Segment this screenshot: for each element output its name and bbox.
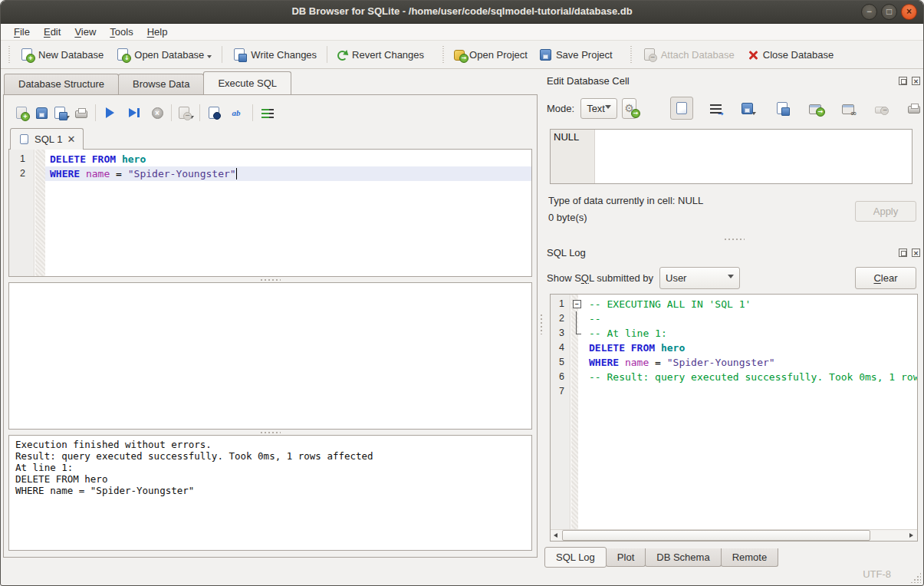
execute-all-icon [106, 107, 114, 118]
edit-cell-float-icon[interactable] [899, 77, 907, 85]
open-project-button[interactable]: Open Project [448, 45, 534, 64]
close-icon: × [906, 6, 912, 17]
maximize-button[interactable]: □ [881, 4, 897, 20]
menu-tools[interactable]: Tools [103, 25, 140, 39]
execution-output[interactable]: Execution finished without errors. Resul… [8, 435, 532, 551]
titlebar[interactable]: DB Browser for SQLite - /home/user/code/… [1, 1, 923, 24]
find-icon [209, 107, 219, 119]
new-database-button[interactable]: New Database [14, 44, 110, 64]
format-sql-button[interactable] [257, 103, 277, 123]
minimize-button[interactable]: − [861, 4, 877, 20]
open-external-button[interactable] [805, 98, 825, 118]
write-changes-icon [234, 48, 245, 61]
code-line: 1DELETE FROM hero [9, 152, 531, 166]
results-grid[interactable] [8, 282, 532, 430]
window-title: DB Browser for SQLite - /home/user/code/… [1, 5, 923, 17]
print-sql-button[interactable] [71, 103, 91, 123]
print-cell-button[interactable] [904, 98, 924, 118]
tab-browse-data[interactable]: Browse Data [118, 74, 204, 94]
sql-tab-close-icon[interactable]: ✕ [67, 133, 75, 145]
sql-editor[interactable]: 1DELETE FROM hero2WHERE name = "Spider-Y… [8, 149, 532, 277]
menu-file[interactable]: File [7, 25, 37, 39]
sql-log-title: SQL Log [547, 247, 894, 258]
encoding-indicator[interactable]: UTF-8 [863, 568, 891, 580]
menu-view[interactable]: View [67, 25, 103, 39]
save-sql-file-icon [54, 107, 65, 119]
set-null-button[interactable] [871, 98, 891, 118]
right-panel: Edit Database Cell Mode: Text [544, 69, 924, 562]
export-data-icon [777, 102, 788, 114]
stop-icon [152, 107, 163, 119]
right-docks-splitter[interactable] [544, 236, 924, 242]
sql-log-close-icon[interactable] [912, 249, 920, 257]
cell-value-editor[interactable]: NULL [550, 129, 912, 184]
menubar: File Edit View Tools Help [1, 24, 923, 41]
attach-database-button[interactable]: Attach Database [636, 44, 741, 64]
save-sql-file-button[interactable] [51, 103, 71, 123]
apply-button[interactable]: Apply [855, 201, 916, 222]
save-project-button[interactable]: Save Project [534, 44, 619, 64]
close-database-button[interactable]: Close Database [741, 45, 840, 64]
tab-database-structure[interactable]: Database Structure [4, 74, 119, 94]
mode-dropdown-icon [605, 105, 611, 112]
scroll-left-button[interactable] [551, 530, 562, 541]
write-changes-button[interactable]: Write Changes [226, 44, 323, 64]
revert-changes-button[interactable]: Revert Changes [331, 45, 430, 64]
code-line: 5WHERE name = "Spider-Youngster" [551, 355, 917, 370]
tab-sql-log[interactable]: SQL Log [544, 547, 607, 568]
log-horizontal-scrollbar[interactable] [551, 529, 917, 541]
sql-file-tabbar: SQL 1 ✕ [8, 127, 532, 150]
execute-line-button[interactable] [124, 103, 144, 123]
text-mode-button[interactable] [670, 97, 693, 120]
open-sql-tab-icon [16, 107, 27, 119]
auto-switch-mode-button[interactable] [622, 98, 636, 119]
sql-log-view[interactable]: 1-- EXECUTING ALL IN 'SQL 1'2--3-- At li… [550, 294, 918, 542]
submitter-dropdown-icon [728, 275, 734, 281]
sql-file-tab[interactable]: SQL 1 ✕ [10, 128, 84, 150]
text-caret [236, 168, 238, 179]
mode-value: Text [587, 103, 605, 114]
toolbar-grip[interactable] [630, 46, 633, 63]
gear-icon [623, 102, 636, 115]
edit-cell-close-icon[interactable] [912, 77, 920, 85]
save-results-button[interactable] [176, 103, 196, 123]
clear-log-button[interactable]: Clear [855, 267, 916, 289]
find-button[interactable] [204, 103, 224, 123]
left-panel: Database Structure Browse Data Execute S… [1, 69, 540, 562]
edit-cell-dock-header: Edit Database Cell [544, 72, 924, 89]
scroll-right-button[interactable] [906, 530, 917, 541]
open-sql-file-icon [36, 107, 48, 119]
filter-label: Show SQL submitted by [547, 272, 653, 284]
open-sql-tab-button[interactable] [12, 103, 31, 123]
find-replace-button[interactable] [229, 103, 248, 123]
sql-log-float-icon[interactable] [899, 249, 907, 257]
new-database-icon [21, 48, 32, 61]
open-database-button[interactable]: Open Database [110, 44, 218, 64]
menu-help[interactable]: Help [140, 25, 175, 39]
cell-info: Type of data currently in cell: NULL 0 b… [548, 195, 923, 235]
import-data-button[interactable] [739, 98, 759, 118]
open-sql-file-button[interactable] [31, 103, 51, 123]
minimize-icon: − [866, 6, 872, 17]
scroll-thumb[interactable] [562, 530, 870, 541]
close-database-icon [747, 49, 758, 61]
export-data-button[interactable] [772, 98, 792, 118]
toolbar-grip[interactable] [7, 46, 11, 63]
import-data-icon [742, 103, 753, 114]
main-tabbar: Database Structure Browse Data Execute S… [4, 72, 540, 94]
menu-edit[interactable]: Edit [37, 25, 67, 39]
execute-all-button[interactable] [100, 103, 120, 123]
stop-button[interactable] [147, 103, 167, 123]
toolbar-grip[interactable] [441, 46, 445, 63]
tab-execute-sql[interactable]: Execute SQL [203, 71, 291, 94]
submitter-combobox[interactable]: User [659, 267, 740, 289]
mode-combobox[interactable]: Text [580, 98, 617, 119]
copy-link-icon [842, 104, 854, 114]
resize-grip[interactable] [910, 572, 921, 583]
sql-file-icon [20, 134, 28, 144]
maximize-icon: □ [886, 6, 892, 17]
main-toolbar: New Database Open Database Write Changes… [1, 41, 923, 69]
word-wrap-button[interactable] [706, 98, 726, 118]
copy-link-button[interactable] [838, 98, 858, 118]
close-button[interactable]: × [901, 4, 917, 20]
